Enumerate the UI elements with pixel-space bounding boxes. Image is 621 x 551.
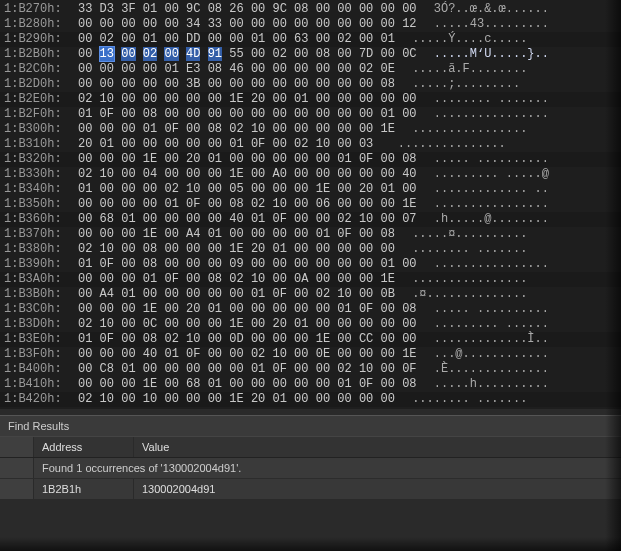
hex-ascii[interactable]: ......... .....@ xyxy=(434,167,549,182)
hex-address: 1:B290h: xyxy=(4,32,78,47)
hex-ascii[interactable]: ............... xyxy=(391,137,506,152)
hex-bytes[interactable]: 02 10 00 04 00 00 00 1E 00 A0 00 00 00 0… xyxy=(78,167,424,182)
find-result-row[interactable]: 1B2B1h 130002004d91 xyxy=(0,479,621,499)
hex-row[interactable]: 1:B310h:20 01 00 00 00 00 00 01 0F 00 02… xyxy=(0,137,621,152)
hex-address: 1:B3C0h: xyxy=(4,302,78,317)
hex-bytes[interactable]: 02 10 00 00 00 00 00 1E 20 00 01 00 00 0… xyxy=(78,92,424,107)
hex-row[interactable]: 1:B370h:00 00 00 1E 00 A4 01 00 00 00 00… xyxy=(0,227,621,242)
hex-bytes[interactable]: 00 00 00 00 00 3B 00 00 00 00 00 00 00 0… xyxy=(78,77,402,92)
hex-ascii[interactable]: ..... .......... xyxy=(434,302,549,317)
hex-row[interactable]: 1:B330h:02 10 00 04 00 00 00 1E 00 A0 00… xyxy=(0,167,621,182)
hex-bytes[interactable]: 00 00 00 1E 00 20 01 00 00 00 00 00 01 0… xyxy=(78,152,424,167)
hex-bytes[interactable]: 00 00 00 00 01 0F 00 08 02 10 00 06 00 0… xyxy=(78,197,424,212)
hex-row[interactable]: 1:B390h:01 0F 00 08 00 00 00 09 00 00 00… xyxy=(0,257,621,272)
hex-row[interactable]: 1:B340h:01 00 00 00 02 10 00 05 00 00 00… xyxy=(0,182,621,197)
hex-row[interactable]: 1:B3C0h:00 00 00 1E 00 20 01 00 00 00 00… xyxy=(0,302,621,317)
hex-row[interactable]: 1:B3D0h:02 10 00 0C 00 00 00 1E 00 20 01… xyxy=(0,317,621,332)
hex-row[interactable]: 1:B2D0h:00 00 00 00 00 3B 00 00 00 00 00… xyxy=(0,77,621,92)
hex-ascii[interactable]: ........ ....... xyxy=(412,242,527,257)
hex-bytes[interactable]: 02 10 00 0C 00 00 00 1E 00 20 01 00 00 0… xyxy=(78,317,424,332)
hex-ascii[interactable]: .È.............. xyxy=(434,362,549,377)
hex-bytes[interactable]: 00 00 00 01 0F 00 08 02 10 00 00 00 00 0… xyxy=(78,122,402,137)
hex-address: 1:B400h: xyxy=(4,362,78,377)
hex-bytes[interactable]: 33 D3 3F 01 00 9C 08 26 00 9C 08 00 00 0… xyxy=(78,2,424,17)
hex-ascii[interactable]: 3Ó?..œ.&.œ...... xyxy=(434,2,549,17)
hex-bytes[interactable]: 01 0F 00 08 00 00 00 00 00 00 00 00 00 0… xyxy=(78,107,424,122)
hex-row[interactable]: 1:B2C0h:00 00 00 00 01 E3 08 46 00 00 00… xyxy=(0,62,621,77)
find-results-title: Find Results xyxy=(0,416,621,436)
hex-row[interactable]: 1:B2B0h:00 13 00 02 00 4D 91 55 00 02 00… xyxy=(0,47,621,62)
hex-row[interactable]: 1:B3E0h:01 0F 00 08 02 10 00 0D 00 00 00… xyxy=(0,332,621,347)
hex-ascii[interactable]: .....ã.F........ xyxy=(412,62,527,77)
hex-address: 1:B350h: xyxy=(4,197,78,212)
hex-row[interactable]: 1:B410h:00 00 00 1E 00 68 01 00 00 00 00… xyxy=(0,377,621,392)
hex-address: 1:B410h: xyxy=(4,377,78,392)
hex-bytes[interactable]: 00 00 00 40 01 0F 00 00 02 10 00 0E 00 0… xyxy=(78,347,424,362)
hex-bytes[interactable]: 00 00 00 1E 00 20 01 00 00 00 00 00 01 0… xyxy=(78,302,424,317)
hex-ascii[interactable]: ........ ....... xyxy=(412,392,527,407)
hex-ascii[interactable]: .....;......... xyxy=(412,77,520,92)
hex-bytes[interactable]: 00 A4 01 00 00 00 00 00 01 0F 00 02 10 0… xyxy=(78,287,402,302)
hex-address: 1:B3B0h: xyxy=(4,287,78,302)
find-msg-gutter xyxy=(0,458,34,478)
hex-ascii[interactable]: .....43......... xyxy=(434,17,549,32)
hex-ascii[interactable]: ................ xyxy=(434,197,549,212)
hex-ascii[interactable]: ................ xyxy=(412,122,527,137)
hex-address: 1:B300h: xyxy=(4,122,78,137)
find-col-value[interactable]: Value xyxy=(134,437,621,457)
hex-bytes[interactable]: 01 00 00 00 02 10 00 05 00 00 00 1E 00 2… xyxy=(78,182,424,197)
hex-ascii[interactable]: ..... .......... xyxy=(434,152,549,167)
hex-row[interactable]: 1:B3A0h:00 00 00 01 0F 00 08 02 10 00 0A… xyxy=(0,272,621,287)
hex-ascii[interactable]: ............. .. xyxy=(434,182,549,197)
hex-row[interactable]: 1:B290h:00 02 00 01 00 DD 00 00 01 00 63… xyxy=(0,32,621,47)
hex-row[interactable]: 1:B270h:33 D3 3F 01 00 9C 08 26 00 9C 08… xyxy=(0,2,621,17)
hex-address: 1:B2C0h: xyxy=(4,62,78,77)
hex-ascii[interactable]: ................ xyxy=(434,257,549,272)
hex-ascii[interactable]: .....Ý....c..... xyxy=(412,32,527,47)
find-results-message-row: Found 1 occurrences of '130002004d91'. xyxy=(0,458,621,479)
hex-row[interactable]: 1:B350h:00 00 00 00 01 0F 00 08 02 10 00… xyxy=(0,197,621,212)
hex-row[interactable]: 1:B3B0h:00 A4 01 00 00 00 00 00 01 0F 00… xyxy=(0,287,621,302)
find-results-message: Found 1 occurrences of '130002004d91'. xyxy=(34,458,621,478)
hex-ascii[interactable]: .............Ì.. xyxy=(434,332,549,347)
hex-row[interactable]: 1:B380h:02 10 00 08 00 00 00 1E 20 01 00… xyxy=(0,242,621,257)
hex-bytes[interactable]: 00 00 00 00 01 E3 08 46 00 00 00 00 00 0… xyxy=(78,62,402,77)
hex-bytes[interactable]: 02 10 00 10 00 00 00 1E 20 01 00 00 00 0… xyxy=(78,392,402,407)
hex-bytes[interactable]: 00 00 00 1E 00 68 01 00 00 00 00 00 01 0… xyxy=(78,377,424,392)
hex-bytes[interactable]: 00 02 00 01 00 DD 00 00 01 00 63 00 02 0… xyxy=(78,32,402,47)
hex-bytes[interactable]: 00 68 01 00 00 00 00 40 01 0F 00 00 02 1… xyxy=(78,212,424,227)
hex-row[interactable]: 1:B360h:00 68 01 00 00 00 00 40 01 0F 00… xyxy=(0,212,621,227)
hex-address: 1:B380h: xyxy=(4,242,78,257)
hex-bytes[interactable]: 01 0F 00 08 00 00 00 09 00 00 00 00 00 0… xyxy=(78,257,424,272)
hex-ascii[interactable]: ......... ...... xyxy=(434,317,549,332)
hex-row[interactable]: 1:B420h:02 10 00 10 00 00 00 1E 20 01 00… xyxy=(0,392,621,407)
hex-ascii[interactable]: ........ ....... xyxy=(434,92,549,107)
hex-bytes[interactable]: 02 10 00 08 00 00 00 1E 20 01 00 00 00 0… xyxy=(78,242,402,257)
hex-ascii[interactable]: .....h.......... xyxy=(434,377,549,392)
hex-row[interactable]: 1:B400h:00 C8 01 00 00 00 00 00 01 0F 00… xyxy=(0,362,621,377)
hex-row[interactable]: 1:B2F0h:01 0F 00 08 00 00 00 00 00 00 00… xyxy=(0,107,621,122)
hex-ascii[interactable]: .h.....@........ xyxy=(434,212,549,227)
hex-bytes[interactable]: 20 01 00 00 00 00 00 01 0F 00 02 10 00 0… xyxy=(78,137,381,152)
hex-bytes[interactable]: 00 00 00 01 0F 00 08 02 10 00 0A 00 00 0… xyxy=(78,272,402,287)
hex-row[interactable]: 1:B3F0h:00 00 00 40 01 0F 00 00 02 10 00… xyxy=(0,347,621,362)
hex-ascii[interactable]: .¤.............. xyxy=(412,287,527,302)
hex-bytes[interactable]: 01 0F 00 08 02 10 00 0D 00 00 00 1E 00 C… xyxy=(78,332,424,347)
hex-ascii[interactable]: ................ xyxy=(412,272,527,287)
hex-bytes[interactable]: 00 C8 01 00 00 00 00 00 01 0F 00 00 02 1… xyxy=(78,362,424,377)
find-col-address[interactable]: Address xyxy=(34,437,134,457)
hex-ascii[interactable]: ...@............ xyxy=(434,347,549,362)
hex-ascii[interactable]: .....M‘U.....}.. xyxy=(434,47,549,62)
hex-row[interactable]: 1:B300h:00 00 00 01 0F 00 08 02 10 00 00… xyxy=(0,122,621,137)
hex-viewer[interactable]: 1:B270h:33 D3 3F 01 00 9C 08 26 00 9C 08… xyxy=(0,0,621,409)
hex-bytes[interactable]: 00 00 00 00 00 34 33 00 00 00 00 00 00 0… xyxy=(78,17,424,32)
hex-bytes[interactable]: 00 00 00 1E 00 A4 01 00 00 00 00 01 0F 0… xyxy=(78,227,402,242)
hex-address: 1:B3E0h: xyxy=(4,332,78,347)
hex-ascii[interactable]: .....¤.......... xyxy=(412,227,527,242)
hex-bytes[interactable]: 00 13 00 02 00 4D 91 55 00 02 00 08 00 7… xyxy=(78,47,424,62)
hex-row[interactable]: 1:B320h:00 00 00 1E 00 20 01 00 00 00 00… xyxy=(0,152,621,167)
hex-address: 1:B2B0h: xyxy=(4,47,78,62)
hex-row[interactable]: 1:B280h:00 00 00 00 00 34 33 00 00 00 00… xyxy=(0,17,621,32)
hex-row[interactable]: 1:B2E0h:02 10 00 00 00 00 00 1E 20 00 01… xyxy=(0,92,621,107)
hex-ascii[interactable]: ................ xyxy=(434,107,549,122)
